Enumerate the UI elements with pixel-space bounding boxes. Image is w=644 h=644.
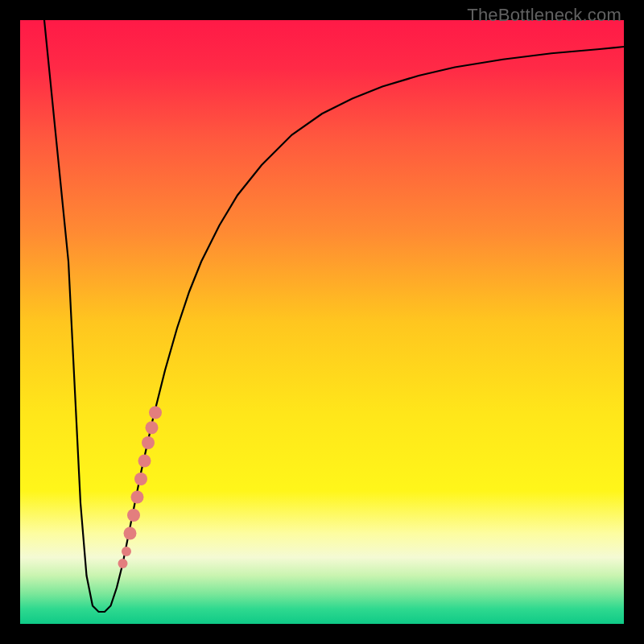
chart-frame (20, 20, 624, 624)
marker-dot (142, 436, 155, 449)
marker-dot (127, 509, 140, 522)
marker-dot (134, 473, 147, 485)
marker-dot (149, 407, 162, 419)
marker-dot (118, 559, 128, 568)
marker-dot (131, 491, 144, 504)
marker-dot (122, 547, 131, 556)
marker-dot (146, 421, 159, 434)
marker-dot (124, 527, 137, 540)
bottleneck-chart (20, 20, 624, 624)
marker-dot (138, 455, 151, 468)
watermark-text: TheBottleneck.com (467, 5, 621, 26)
gradient-background (20, 20, 624, 624)
